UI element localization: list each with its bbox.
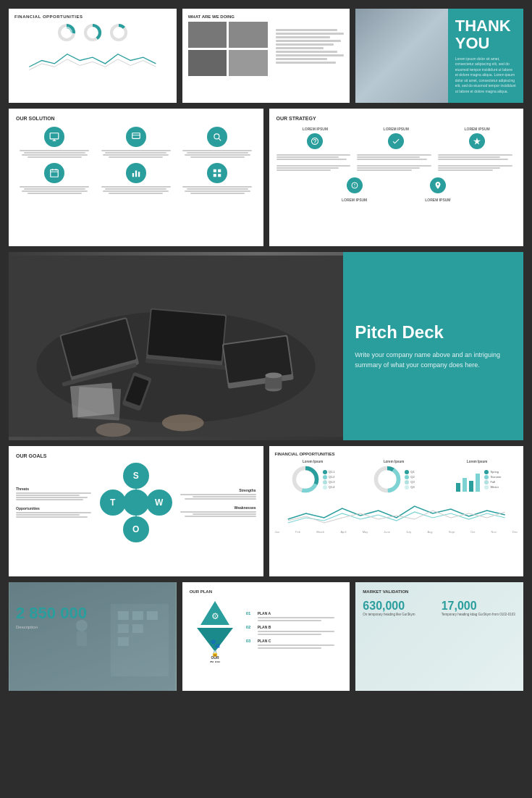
fin-donut-item-2: Lorem Ipsum Q1 Q2 Q3 Q4 — [373, 460, 414, 494]
svg-rect-69 — [118, 637, 129, 646]
goals-title: OUR GOALS — [16, 453, 256, 458]
wave-chart — [14, 48, 171, 73]
fin-donut-2 — [373, 465, 402, 494]
plan-label-2: PLAN B — [258, 625, 343, 629]
plan-num-3: 03 — [246, 639, 255, 643]
thank-you-image-bg — [355, 9, 447, 103]
strategy-icon-1 — [307, 133, 323, 149]
strategy-title: OUR STRATEGY — [276, 116, 517, 121]
plan-item-1: 01 PLAN A — [246, 611, 343, 621]
thank-you-title: THANK YOU — [455, 17, 516, 52]
svg-point-42 — [162, 414, 204, 431]
financial-bottom-title: FINANCIAL OPPORTUNITIES — [275, 452, 518, 456]
plan-content: ⚙ 🐾 OUR PLAN 🔒 01 PLAN A — [190, 597, 343, 665]
strategy-bottom-2: LOREM IPSUM — [425, 177, 450, 204]
fin-legend-3: Spring Summer Fall Winter — [484, 470, 501, 490]
svg-rect-34 — [148, 309, 225, 361]
layout-icon — [131, 132, 141, 142]
svg-point-2 — [62, 28, 71, 37]
photo-4 — [229, 50, 268, 76]
donut-chart-1 — [56, 22, 77, 43]
svg-rect-7 — [50, 133, 59, 139]
stat-bg-image — [9, 582, 177, 691]
plan-pyramid: ⚙ 🐾 OUR PLAN 🔒 — [190, 597, 240, 665]
svg-point-47 — [123, 490, 149, 516]
svg-rect-14 — [51, 169, 59, 177]
svg-rect-19 — [135, 171, 137, 177]
market-stat-1: 630,000 On temporary heading like Gur3ky… — [363, 600, 437, 617]
svg-rect-22 — [218, 169, 221, 172]
fin-donut-1 — [291, 465, 320, 494]
strategy-svg-5 — [434, 181, 442, 190]
opportunities-label: Opportunities — [16, 506, 96, 511]
market-background — [355, 582, 523, 691]
svg-rect-18 — [132, 173, 134, 177]
slide-market-validation: MARKET VALIDATION 630,000 On temporary h… — [355, 582, 523, 691]
slide-our-goals: OUR GOALS Threats Opportunities — [9, 446, 263, 576]
slide-our-strategy: OUR STRATEGY LOREM IPSUM — [269, 109, 524, 246]
strategy-svg-4 — [350, 181, 359, 190]
strategy-svg-2 — [392, 137, 400, 146]
fin-donut-label-3: Lorem Ipsum — [467, 460, 487, 463]
fin-donut-item-3: Lorem Ipsum Spring Summer Fall Winter — [452, 460, 501, 494]
svg-rect-20 — [138, 172, 140, 177]
search-icon — [212, 132, 222, 142]
solution-title: OUR SOLUTION — [16, 116, 256, 121]
fin-donut-label-2: Lorem Ipsum — [384, 460, 404, 463]
donut-chart-3 — [108, 22, 130, 43]
plan-num-2: 02 — [246, 625, 255, 629]
what-title: WHAT ARE WE DOING — [188, 14, 345, 19]
svg-rect-60 — [469, 481, 473, 492]
solution-item-1 — [16, 127, 93, 159]
strategy-col-2: LOREM IPSUM — [357, 127, 435, 172]
svg-point-27 — [354, 186, 355, 187]
strategy-label-3: LOREM IPSUM — [464, 127, 489, 131]
strategy-icon-3 — [469, 133, 485, 149]
plan-title: OUR PLAN — [190, 589, 343, 594]
svg-rect-58 — [456, 483, 460, 492]
threats-label: Threats — [16, 487, 96, 491]
solution-item-3 — [179, 127, 256, 159]
svg-point-12 — [214, 134, 219, 139]
pitch-deck-title: Pitch Deck — [355, 322, 512, 343]
slide-financial-bottom: FINANCIAL OPPORTUNITIES Lorem Ipsum Q1.1… — [269, 446, 524, 576]
plan-items-list: 01 PLAN A 02 PLAN B 03 — [246, 611, 343, 652]
svg-rect-23 — [214, 174, 216, 177]
fin-donut-row: Lorem Ipsum Q1.1 Q1.2 Q1.3 Q1.4 — [275, 460, 518, 494]
swot-diagram: S W O T — [100, 463, 172, 542]
slide-stat: 2 850 000 Description — [9, 582, 177, 691]
strategy-grid: LOREM IPSUM LOR — [276, 127, 517, 172]
fin-legend-1: Q1.1 Q1.2 Q1.3 Q1.4 — [323, 470, 335, 490]
strategy-svg-1 — [311, 137, 319, 146]
svg-line-13 — [219, 138, 221, 140]
slide-thank-you: THANK YOU Lorem ipsum dolor sit amet, co… — [355, 9, 523, 103]
market-title: MARKET VALIDATION — [363, 589, 516, 594]
grid-icon — [212, 168, 222, 178]
strategy-label-2: LOREM IPSUM — [384, 127, 409, 131]
swot-s: S — [123, 463, 149, 489]
market-stat-label-2: Temporary heading kdag Gur3kym from 0102… — [442, 613, 516, 617]
market-stats: 630,000 On temporary heading like Gur3ky… — [363, 600, 516, 617]
slide-pitch-deck: Pitch Deck Write your company name above… — [9, 252, 523, 440]
slide-financial-top: FINANCIAL OPPORTUNITIES — [9, 9, 177, 103]
solution-icon-6 — [207, 163, 227, 183]
thank-you-image — [355, 9, 447, 103]
solution-icon-3 — [207, 127, 227, 147]
strategy-col-3: LOREM IPSUM — [438, 127, 516, 172]
plan-item-2: 02 PLAN B — [246, 625, 343, 635]
solution-icon-5 — [126, 163, 146, 183]
barchart-icon — [131, 168, 141, 178]
swot-w: W — [146, 490, 172, 516]
fin-axis: Jan Feb March April May June July Aug Se… — [275, 530, 518, 534]
svg-text:🐾: 🐾 — [209, 638, 220, 649]
solution-item-4 — [16, 163, 93, 195]
market-stat-2: 17,000 Temporary heading kdag Gur3kym fr… — [442, 600, 516, 617]
slide-our-solution: OUR SOLUTION — [9, 109, 263, 246]
strategy-svg-3 — [473, 137, 481, 146]
strategy-icon-2 — [388, 133, 404, 149]
plan-item-3: 03 PLAN C — [246, 639, 343, 649]
strategy-label-1: LOREM IPSUM — [303, 127, 328, 131]
strategy-bottom-1: LOREM IPSUM — [342, 177, 367, 204]
svg-rect-71 — [77, 631, 87, 646]
solution-icon-2 — [126, 127, 146, 147]
